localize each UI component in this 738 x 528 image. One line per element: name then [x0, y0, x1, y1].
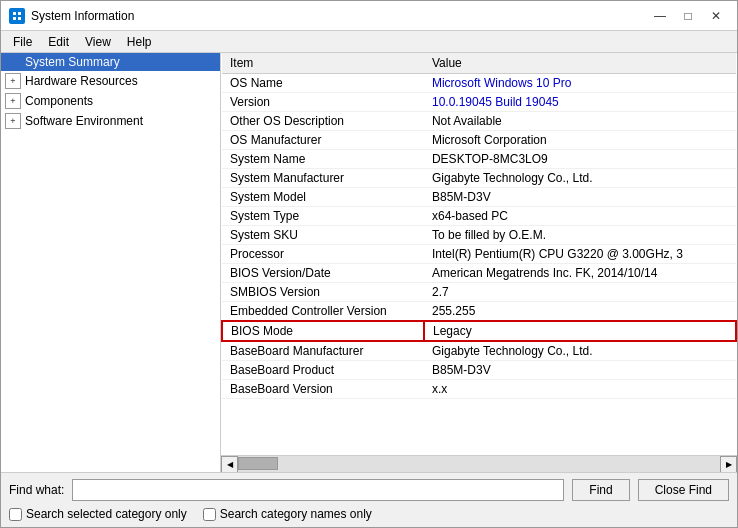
sidebar-label-software-environment: Software Environment [25, 114, 143, 128]
sidebar-label-system-summary: System Summary [25, 55, 120, 69]
sidebar-item-software-environment[interactable]: +Software Environment [1, 111, 220, 131]
svg-rect-2 [18, 12, 21, 15]
cell-value: Microsoft Corporation [424, 131, 736, 150]
title-bar: System Information — □ ✕ [1, 1, 737, 31]
cell-value: B85M-D3V [424, 188, 736, 207]
table-row[interactable]: BIOS Version/DateAmerican Megatrends Inc… [222, 264, 736, 283]
sidebar-item-hardware-resources[interactable]: +Hardware Resources [1, 71, 220, 91]
app-icon [9, 8, 25, 24]
cell-item: OS Name [222, 74, 424, 93]
cell-item: System Manufacturer [222, 169, 424, 188]
cell-value: To be filled by O.E.M. [424, 226, 736, 245]
sidebar-item-components[interactable]: +Components [1, 91, 220, 111]
bottom-bar: Find what: Find Close Find Search select… [1, 472, 737, 527]
menu-item-help[interactable]: Help [119, 33, 160, 51]
table-row[interactable]: BaseBoard ProductB85M-D3V [222, 361, 736, 380]
cell-item: BIOS Mode [222, 321, 424, 341]
cell-item: BaseBoard Product [222, 361, 424, 380]
scroll-left-button[interactable]: ◀ [221, 456, 238, 473]
cell-value: 2.7 [424, 283, 736, 302]
cell-item: System SKU [222, 226, 424, 245]
minimize-button[interactable]: — [647, 6, 673, 26]
table-row[interactable]: OS NameMicrosoft Windows 10 Pro [222, 74, 736, 93]
window-title: System Information [31, 9, 134, 23]
cell-value: Microsoft Windows 10 Pro [424, 74, 736, 93]
main-content: System Summary+Hardware Resources+Compon… [1, 53, 737, 472]
cell-item: SMBIOS Version [222, 283, 424, 302]
cell-item: OS Manufacturer [222, 131, 424, 150]
menu-item-file[interactable]: File [5, 33, 40, 51]
cell-value: B85M-D3V [424, 361, 736, 380]
sidebar-label-components: Components [25, 94, 93, 108]
data-table-container[interactable]: Item Value OS NameMicrosoft Windows 10 P… [221, 53, 737, 455]
table-row[interactable]: Version10.0.19045 Build 19045 [222, 93, 736, 112]
scroll-thumb[interactable] [238, 457, 278, 470]
cell-item: BaseBoard Manufacturer [222, 341, 424, 361]
search-selected-text: Search selected category only [26, 507, 187, 521]
checkbox-row: Search selected category only Search cat… [9, 507, 729, 521]
table-row[interactable]: System ManufacturerGigabyte Technology C… [222, 169, 736, 188]
cell-value: Legacy [424, 321, 736, 341]
table-row[interactable]: System Typex64-based PC [222, 207, 736, 226]
svg-rect-0 [11, 10, 23, 22]
cell-item: System Type [222, 207, 424, 226]
table-row[interactable]: BIOS ModeLegacy [222, 321, 736, 341]
sidebar: System Summary+Hardware Resources+Compon… [1, 53, 221, 472]
cell-item: Processor [222, 245, 424, 264]
content-area: Item Value OS NameMicrosoft Windows 10 P… [221, 53, 737, 472]
cell-item: System Name [222, 150, 424, 169]
table-row[interactable]: ProcessorIntel(R) Pentium(R) CPU G3220 @… [222, 245, 736, 264]
table-row[interactable]: BaseBoard ManufacturerGigabyte Technolog… [222, 341, 736, 361]
horizontal-scrollbar[interactable]: ◀ ▶ [221, 455, 737, 472]
table-row[interactable]: SMBIOS Version2.7 [222, 283, 736, 302]
scroll-right-button[interactable]: ▶ [720, 456, 737, 473]
maximize-button[interactable]: □ [675, 6, 701, 26]
cell-value: Gigabyte Technology Co., Ltd. [424, 169, 736, 188]
svg-rect-1 [13, 12, 16, 15]
menu-item-edit[interactable]: Edit [40, 33, 77, 51]
search-selected-checkbox[interactable] [9, 508, 22, 521]
table-row[interactable]: System SKUTo be filled by O.E.M. [222, 226, 736, 245]
sidebar-item-system-summary[interactable]: System Summary [1, 53, 220, 71]
cell-value: x.x [424, 380, 736, 399]
menu-bar: FileEditViewHelp [1, 31, 737, 53]
search-names-checkbox[interactable] [203, 508, 216, 521]
svg-rect-3 [13, 17, 16, 20]
main-window: System Information — □ ✕ FileEditViewHel… [0, 0, 738, 528]
table-row[interactable]: BaseBoard Versionx.x [222, 380, 736, 399]
col-item: Item [222, 53, 424, 74]
find-label: Find what: [9, 483, 64, 497]
expander-software-environment[interactable]: + [5, 113, 21, 129]
find-button[interactable]: Find [572, 479, 629, 501]
expander-hardware-resources[interactable]: + [5, 73, 21, 89]
cell-item: BaseBoard Version [222, 380, 424, 399]
find-input[interactable] [72, 479, 564, 501]
search-names-label[interactable]: Search category names only [203, 507, 372, 521]
cell-item: Version [222, 93, 424, 112]
title-bar-left: System Information [9, 8, 134, 24]
scroll-track[interactable] [238, 456, 720, 473]
search-selected-label[interactable]: Search selected category only [9, 507, 187, 521]
table-row[interactable]: System ModelB85M-D3V [222, 188, 736, 207]
table-row[interactable]: Other OS DescriptionNot Available [222, 112, 736, 131]
close-button[interactable]: ✕ [703, 6, 729, 26]
svg-rect-4 [18, 17, 21, 20]
data-table: Item Value OS NameMicrosoft Windows 10 P… [221, 53, 737, 399]
table-row[interactable]: OS ManufacturerMicrosoft Corporation [222, 131, 736, 150]
sidebar-label-hardware-resources: Hardware Resources [25, 74, 138, 88]
find-row: Find what: Find Close Find [9, 479, 729, 501]
cell-value: American Megatrends Inc. FK, 2014/10/14 [424, 264, 736, 283]
cell-value: x64-based PC [424, 207, 736, 226]
table-row[interactable]: System NameDESKTOP-8MC3LO9 [222, 150, 736, 169]
close-find-button[interactable]: Close Find [638, 479, 729, 501]
title-controls: — □ ✕ [647, 6, 729, 26]
cell-item: Other OS Description [222, 112, 424, 131]
expander-components[interactable]: + [5, 93, 21, 109]
table-row[interactable]: Embedded Controller Version255.255 [222, 302, 736, 322]
menu-item-view[interactable]: View [77, 33, 119, 51]
cell-item: Embedded Controller Version [222, 302, 424, 322]
cell-value: 10.0.19045 Build 19045 [424, 93, 736, 112]
cell-item: System Model [222, 188, 424, 207]
cell-value: 255.255 [424, 302, 736, 322]
col-value: Value [424, 53, 736, 74]
